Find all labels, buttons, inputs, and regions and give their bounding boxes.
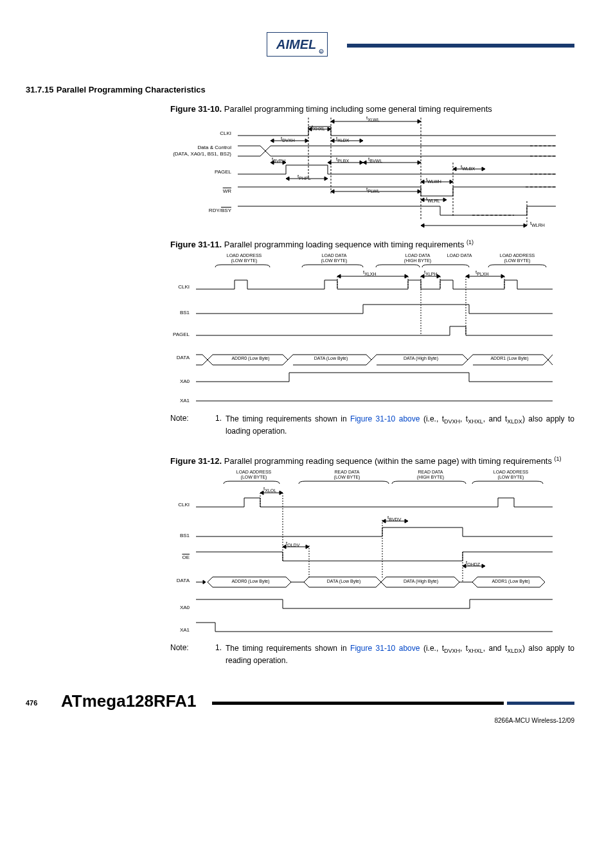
footer-rule bbox=[212, 702, 504, 705]
svg-text:R: R bbox=[320, 50, 323, 54]
figure-10-caption: Figure 31-10. Parallel programming timin… bbox=[170, 104, 574, 114]
section-heading: 31.7.15 Parallel Programming Characteris… bbox=[26, 84, 574, 95]
link-figure-31-10[interactable]: Figure 31-10 above bbox=[350, 414, 420, 423]
page-footer: 476 ATmega128RFA1 8266A-MCU Wireless-12/… bbox=[26, 691, 574, 730]
section-title: Parallel Programming Characteristics bbox=[57, 85, 206, 94]
atmel-logo: AIMEL R bbox=[267, 32, 328, 59]
figure-10-diagram: CLKI Data & Control (DATA, XA0/1, BS1, B… bbox=[170, 118, 556, 230]
figure-11-note: Note: 1. The timing requirements shown i… bbox=[170, 414, 574, 436]
section-number: 31.7.15 bbox=[26, 85, 53, 94]
document-id: 8266A-MCU Wireless-12/09 bbox=[495, 717, 575, 724]
svg-text:AIMEL: AIMEL bbox=[276, 37, 316, 51]
page-header: AIMEL R bbox=[26, 32, 574, 67]
figure-12-caption: Figure 31-12. Parallel programming readi… bbox=[170, 456, 574, 466]
footer-rule-accent bbox=[507, 702, 574, 705]
figure-11-caption: Figure 31-11. Parallel programming loadi… bbox=[170, 239, 574, 249]
header-rule bbox=[347, 44, 574, 48]
figure-12-diagram: LOAD ADDRESS(LOW BYTE) READ DATA(LOW BYT… bbox=[170, 470, 556, 637]
page-number: 476 bbox=[26, 699, 37, 707]
figure-11-diagram: LOAD ADDRESS(LOW BYTE) LOAD DATA(LOW BYT… bbox=[170, 253, 556, 407]
figure-12-note: Note: 1. The timing requirements shown i… bbox=[170, 643, 574, 666]
document-name: ATmega128RFA1 bbox=[61, 691, 197, 711]
link-figure-31-10[interactable]: Figure 31-10 above bbox=[350, 644, 420, 653]
